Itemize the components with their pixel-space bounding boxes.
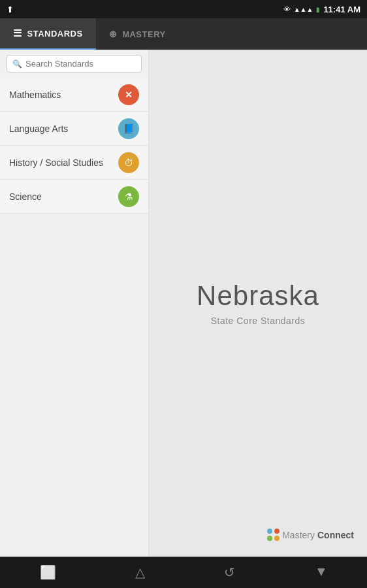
mastery-tab-label: MASTERY: [122, 29, 166, 39]
subject-label-history: History / Social Studies: [9, 157, 103, 168]
battery-icon: ▮: [316, 6, 320, 13]
wifi-icon: ▲▲▲: [294, 6, 313, 13]
state-subtitle: State Core Standards: [197, 316, 319, 326]
subject-label-lang: Language Arts: [9, 123, 68, 134]
history-icon-circle: ⏱: [118, 152, 139, 173]
state-title: Nebraska: [197, 280, 319, 312]
science-icon: ⚗: [125, 191, 133, 202]
subject-item-history[interactable]: History / Social Studies ⏱: [0, 146, 148, 180]
dot-tr: [274, 529, 279, 534]
dot-br: [274, 536, 279, 541]
subject-label-science: Science: [9, 191, 42, 202]
standards-tab-label: STANDARDS: [27, 29, 83, 39]
right-panel: Nebraska State Core Standards MasteryCon…: [149, 50, 367, 557]
brand-mastery: Mastery: [282, 530, 315, 540]
sidebar: 🔍 Mathematics ✕ Language Arts 📘 History …: [0, 50, 149, 557]
menu-button[interactable]: ▲: [302, 560, 341, 585]
status-bar: ⬆ 👁 ▲▲▲ ▮ 11:41 AM: [0, 0, 367, 18]
recent-apps-button[interactable]: ⬜: [27, 559, 69, 585]
dot-bl: [267, 536, 272, 541]
dot-tl: [267, 529, 272, 534]
standards-tab-icon: ☰: [13, 27, 22, 39]
center-content: Nebraska State Core Standards: [197, 280, 319, 326]
science-icon-circle: ⚗: [118, 186, 139, 207]
main-content: 🔍 Mathematics ✕ Language Arts 📘 History …: [0, 50, 367, 557]
mastery-connect-brand: MasteryConnect: [267, 529, 354, 541]
back-button[interactable]: ↺: [211, 559, 248, 585]
brand-connect: Connect: [317, 530, 354, 540]
lang-icon: 📘: [123, 123, 135, 134]
subject-item-math[interactable]: Mathematics ✕: [0, 78, 148, 112]
bottom-nav: ⬜ △ ↺ ▲: [0, 557, 367, 588]
tab-standards[interactable]: ☰ STANDARDS: [0, 18, 96, 50]
home-button[interactable]: △: [122, 559, 158, 585]
search-input-wrap[interactable]: 🔍: [7, 55, 142, 73]
eye-icon: 👁: [283, 5, 291, 13]
math-icon: ✕: [125, 90, 133, 100]
lang-icon-circle: 📘: [118, 118, 139, 139]
history-icon: ⏱: [124, 157, 133, 168]
subject-item-lang[interactable]: Language Arts 📘: [0, 112, 148, 146]
usb-icon: ⬆: [7, 5, 14, 14]
subject-label-math: Mathematics: [9, 90, 61, 100]
search-container: 🔍: [0, 50, 148, 78]
tab-bar: ☰ STANDARDS ⊕ MASTERY: [0, 18, 367, 50]
math-icon-circle: ✕: [118, 84, 139, 105]
search-icon: 🔍: [12, 59, 22, 69]
subject-item-science[interactable]: Science ⚗: [0, 180, 148, 214]
mastery-tab-icon: ⊕: [109, 29, 118, 39]
brand-dots: [267, 529, 279, 541]
time-display: 11:41 AM: [323, 5, 360, 14]
tab-mastery[interactable]: ⊕ MASTERY: [96, 18, 179, 50]
search-input[interactable]: [25, 59, 136, 69]
